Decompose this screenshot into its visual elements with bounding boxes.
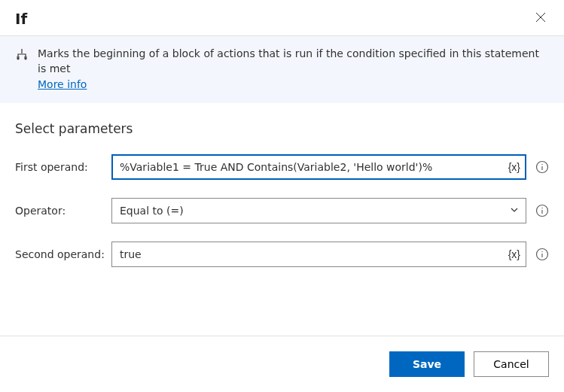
svg-point-1 xyxy=(541,164,542,165)
close-icon xyxy=(535,12,546,25)
info-banner-text: Marks the beginning of a block of action… xyxy=(38,47,549,93)
more-info-link[interactable]: More info xyxy=(38,77,87,93)
svg-point-5 xyxy=(541,251,542,252)
operator-label: Operator: xyxy=(15,205,111,217)
second-operand-input-wrap: {x} xyxy=(111,242,526,267)
content-area: Select parameters First operand: {x} Ope… xyxy=(0,103,564,336)
info-icon[interactable] xyxy=(535,160,549,174)
info-description: Marks the beginning of a block of action… xyxy=(38,47,539,74)
dialog-footer: Save Cancel xyxy=(0,336,564,392)
svg-point-3 xyxy=(541,208,542,208)
operator-select[interactable]: Equal to (=) xyxy=(111,198,526,223)
variable-picker-icon[interactable]: {x} xyxy=(508,161,520,173)
param-row-first-operand: First operand: {x} xyxy=(15,154,549,180)
info-icon[interactable] xyxy=(535,248,549,261)
variable-picker-icon[interactable]: {x} xyxy=(508,248,520,260)
section-title: Select parameters xyxy=(15,121,549,136)
second-operand-label: Second operand: xyxy=(15,248,111,260)
dialog-header: If xyxy=(0,0,564,36)
close-button[interactable] xyxy=(532,9,549,28)
save-button[interactable]: Save xyxy=(389,351,465,377)
first-operand-input-wrap: {x} xyxy=(111,154,526,180)
first-operand-input[interactable] xyxy=(111,154,526,180)
first-operand-label: First operand: xyxy=(15,161,111,173)
cancel-button[interactable]: Cancel xyxy=(474,351,549,377)
param-row-second-operand: Second operand: {x} xyxy=(15,242,549,267)
second-operand-input[interactable] xyxy=(111,242,526,267)
info-icon[interactable] xyxy=(535,204,549,217)
dialog-title: If xyxy=(15,10,27,28)
operator-input-wrap: Equal to (=) xyxy=(111,198,526,223)
param-row-operator: Operator: Equal to (=) xyxy=(15,198,549,223)
branch-icon xyxy=(15,48,29,64)
info-banner: Marks the beginning of a block of action… xyxy=(0,36,564,103)
